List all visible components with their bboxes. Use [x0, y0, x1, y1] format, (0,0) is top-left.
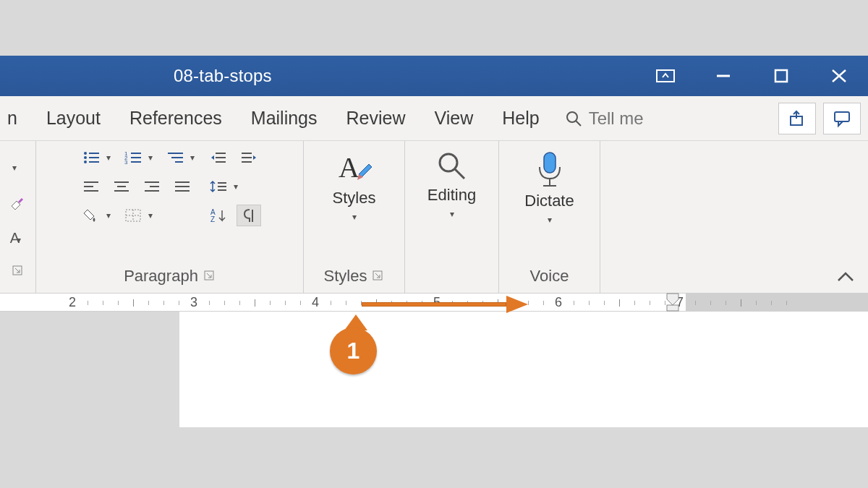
svg-rect-59 — [667, 305, 678, 311]
tab-layout[interactable]: Layout — [33, 103, 114, 133]
align-left[interactable] — [79, 176, 103, 197]
styles-button[interactable]: A Styles ▾ — [315, 147, 394, 225]
svg-line-55 — [455, 169, 464, 179]
document-title: 08-tab-stops — [174, 66, 272, 86]
svg-point-54 — [440, 154, 457, 171]
chevron-down-icon: ▾ — [352, 212, 357, 222]
maximize-button[interactable] — [752, 56, 810, 96]
ruler-number: 3 — [190, 295, 197, 310]
titlebar: 08-tab-stops — [0, 56, 868, 96]
microphone-icon — [532, 150, 568, 189]
svg-rect-8 — [835, 112, 849, 121]
annotation-arrow — [362, 299, 528, 311]
svg-rect-56 — [544, 153, 556, 173]
share-button[interactable] — [778, 103, 816, 134]
sort-button[interactable]: AZ — [206, 205, 231, 226]
editing-button[interactable]: Editing ▾ — [412, 147, 492, 222]
dictate-label: Dictate — [524, 192, 574, 210]
show-paragraph-marks[interactable] — [237, 205, 261, 226]
comments-button[interactable] — [823, 103, 861, 134]
bullets-button[interactable] — [79, 147, 103, 168]
svg-text:A: A — [339, 151, 359, 184]
callout-number: 1 — [347, 338, 360, 364]
font-group-fragment: ▾ A▾ — [0, 141, 36, 293]
svg-line-6 — [576, 121, 581, 126]
comment-icon — [832, 108, 852, 129]
search-icon — [564, 109, 583, 128]
numbering-dropdown[interactable]: ▾ — [148, 153, 157, 163]
chevron-down-icon: ▾ — [450, 209, 454, 219]
svg-point-14 — [84, 160, 87, 163]
font-dialog-launcher[interactable] — [12, 265, 24, 277]
close-button[interactable] — [810, 56, 868, 96]
align-right[interactable] — [140, 176, 164, 197]
shading-dropdown[interactable]: ▾ — [106, 210, 115, 221]
dictate-button[interactable]: Dictate ▾ — [510, 147, 590, 228]
paragraph-label: Paragraph — [124, 267, 198, 286]
align-center[interactable] — [109, 176, 134, 197]
svg-text:3: 3 — [124, 159, 128, 166]
ribbon: ▾ A▾ ▾ 123▾ ▾ — [0, 141, 868, 293]
styles-group-label: Styles — [324, 267, 367, 286]
line-spacing-dropdown[interactable]: ▾ — [234, 181, 242, 192]
ruler-number: 4 — [312, 295, 319, 310]
word-window: 08-tab-stops n Layout References Mailing… — [0, 56, 868, 293]
ruler-number: 2 — [69, 295, 76, 310]
format-painter[interactable] — [6, 193, 30, 215]
ribbon-tabs: n Layout References Mailings Review View… — [0, 96, 868, 141]
tellme-input[interactable] — [587, 108, 674, 129]
group-voice: Dictate ▾ Voice — [499, 141, 600, 293]
styles-dialog-launcher[interactable] — [373, 270, 384, 282]
numbering-button[interactable]: 123 — [121, 147, 145, 168]
ruler-number: 6 — [555, 295, 562, 310]
align-justify[interactable] — [170, 176, 195, 197]
group-paragraph: ▾ 123▾ ▾ ▾ ▾ — [36, 141, 304, 293]
svg-point-10 — [84, 152, 87, 155]
svg-point-12 — [84, 156, 87, 159]
group-styles: A Styles ▾ Styles — [304, 141, 405, 293]
styles-label: Styles — [333, 189, 376, 207]
font-dropdown[interactable]: ▾ — [6, 157, 30, 179]
right-indent-marker[interactable] — [665, 292, 680, 312]
editing-label: Editing — [427, 186, 476, 205]
tab-view[interactable]: View — [422, 103, 487, 133]
find-icon — [435, 150, 469, 183]
borders-button[interactable] — [121, 205, 145, 226]
ribbon-display-options[interactable] — [637, 56, 694, 96]
shading-button[interactable] — [79, 205, 103, 226]
increase-indent[interactable] — [237, 147, 261, 168]
tab-help[interactable]: Help — [489, 103, 552, 133]
multilevel-dropdown[interactable]: ▾ — [190, 153, 199, 163]
tab-partial[interactable]: n — [7, 103, 30, 133]
group-editing: Editing ▾ — [405, 141, 499, 293]
line-spacing[interactable] — [206, 176, 231, 197]
tellme-search[interactable] — [564, 108, 674, 129]
collapse-ribbon[interactable] — [836, 267, 855, 287]
svg-rect-2 — [775, 70, 787, 82]
svg-point-5 — [567, 112, 577, 122]
bullets-dropdown[interactable]: ▾ — [106, 153, 115, 163]
chevron-down-icon: ▾ — [548, 215, 552, 225]
multilevel-list-button[interactable] — [163, 147, 187, 168]
styles-icon: A — [334, 150, 375, 186]
voice-label: Voice — [530, 267, 569, 286]
annotation-callout-1: 1 — [330, 314, 382, 380]
svg-text:Z: Z — [210, 215, 215, 223]
borders-dropdown[interactable]: ▾ — [148, 210, 157, 221]
minimize-button[interactable] — [694, 56, 752, 96]
tab-review[interactable]: Review — [333, 103, 419, 133]
svg-rect-0 — [657, 70, 674, 82]
decrease-indent[interactable] — [206, 147, 231, 168]
document-page[interactable] — [179, 312, 868, 427]
font-size-button[interactable]: A▾ — [6, 229, 30, 251]
tab-references[interactable]: References — [116, 103, 235, 133]
tab-mailings[interactable]: Mailings — [238, 103, 331, 133]
paragraph-dialog-launcher[interactable] — [204, 270, 216, 282]
share-icon — [787, 108, 807, 129]
